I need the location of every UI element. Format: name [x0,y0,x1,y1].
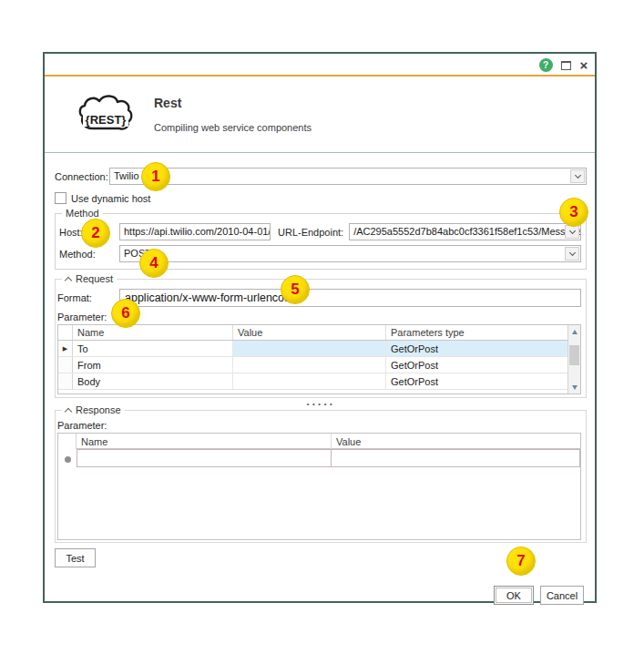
new-row [58,449,580,469]
response-parameter-label: Parameter: [57,420,581,431]
cell-value[interactable] [233,373,386,389]
close-button[interactable]: × [575,54,593,77]
callout-7: 7 [506,547,536,576]
scroll-thumb[interactable] [569,345,579,365]
column-header-name[interactable]: Name [77,434,332,449]
scroll-up-button[interactable] [568,325,580,338]
dynamic-host-label: Use dynamic host [71,193,150,204]
callout-6: 6 [111,299,140,328]
dynamic-host-row: Use dynamic host [55,191,587,205]
response-grid-header: Name Value [58,434,580,449]
ok-button[interactable]: OK [494,586,534,605]
connection-dropdown-button[interactable] [570,169,585,183]
help-button[interactable]: ? [537,54,555,77]
url-endpoint-select[interactable]: /AC295a5552d7b84abc0cf3361f58ef1c53/Mess… [349,223,581,240]
page-subtitle: Compiling web service components [154,122,312,133]
column-header-value[interactable]: Value [233,325,386,340]
cell-parameters-type[interactable]: GetOrPost [386,357,567,373]
triangle-up-icon [572,330,578,334]
column-header-value[interactable]: Value [332,434,580,449]
cell-parameters-type[interactable]: GetOrPost [386,373,567,389]
chevron-up-icon [65,276,72,283]
connection-value: Twilio [114,170,139,181]
method-group: Method Host: https://api.twilio.com/2010… [55,213,587,270]
cell-value[interactable] [233,357,386,373]
connection-label: Connection: [55,171,109,182]
response-group: Response Parameter: Name Value [55,410,587,543]
url-endpoint-dropdown-button[interactable] [565,225,579,239]
connection-row: Connection: Twilio [55,168,587,185]
dialog-body: Connection: Twilio Use dynamic host Meth… [45,153,595,605]
response-parameters-grid: Name Value [57,433,581,540]
host-row: Host: https://api.twilio.com/2010-04-01/… [59,223,581,240]
dialog-header: {REST} Rest Compiling web service compon… [45,77,595,153]
request-group: Request Format: application/x-www-form-u… [55,279,587,398]
method-group-title: Method [62,208,103,219]
request-parameters-grid: Name Value Parameters type ▶ To GetOrPos… [57,324,581,394]
response-group-title: Response [76,404,121,415]
url-endpoint-value: /AC295a5552d7b84abc0cf3361f58ef1c53/Mess… [353,226,581,237]
table-row: From GetOrPost [58,357,567,373]
splitter-handle[interactable]: ····· [55,398,587,410]
method-row: Method: POST [59,245,581,262]
new-row-dot-icon [65,456,71,463]
column-header-name[interactable]: Name [73,325,233,340]
close-icon: × [580,58,588,72]
new-row-indicator [58,449,77,469]
host-input[interactable]: https://api.twilio.com/2010-04-01/Accoun… [119,223,271,240]
titlebar: ? × [45,54,595,77]
chevron-down-icon [568,250,575,256]
maximize-button[interactable] [557,54,575,77]
request-grid-header: Name Value Parameters type [58,325,567,341]
method-label: Method: [59,249,119,260]
cell-name[interactable] [77,449,332,467]
format-input[interactable]: application/x-www-form-urlencoded [119,289,581,307]
request-collapse-button[interactable] [66,275,71,283]
rest-cloud-icon: {REST} [77,93,134,137]
page-title: Rest [154,96,312,110]
callout-5: 5 [281,275,310,304]
cell-parameters-type[interactable]: GetOrPost [386,341,567,356]
method-dropdown-button[interactable] [565,247,579,261]
cell-value[interactable] [332,449,580,467]
connection-select[interactable]: Twilio [109,168,587,185]
dynamic-host-checkbox[interactable] [55,192,66,204]
help-icon: ? [539,58,553,72]
cell-name[interactable]: To [73,341,233,356]
method-select[interactable]: POST [119,245,581,262]
callout-4: 4 [139,249,169,278]
svg-text:{REST}: {REST} [86,113,127,127]
callout-1: 1 [141,162,170,191]
chevron-up-icon [65,407,72,414]
cell-name[interactable]: Body [73,373,233,389]
column-header-parameters-type[interactable]: Parameters type [386,325,567,340]
chevron-down-icon [568,228,575,234]
url-endpoint-label: URL-Endpoint: [278,227,343,238]
screenshot-canvas: ? × {REST} Rest Compiling web service co… [0,0,644,654]
footer-buttons: OK Cancel [55,586,587,605]
request-group-title: Request [76,273,113,284]
row-indicator: ▶ [58,341,73,356]
chevron-down-icon [574,172,580,179]
table-row: Body GetOrPost [58,373,567,390]
triangle-down-icon [572,385,578,390]
cell-value[interactable] [233,341,386,356]
scroll-down-button[interactable] [568,381,580,393]
table-row: ▶ To GetOrPost [58,341,567,357]
request-grid-scrollbar[interactable] [567,325,580,393]
format-label: Format: [57,292,119,303]
response-collapse-button[interactable] [66,406,71,414]
callout-3: 3 [559,198,588,227]
cell-name[interactable]: From [73,357,233,373]
cancel-button[interactable]: Cancel [540,586,584,605]
test-button[interactable]: Test [55,548,96,567]
callout-2: 2 [81,219,110,248]
maximize-icon [561,61,571,70]
